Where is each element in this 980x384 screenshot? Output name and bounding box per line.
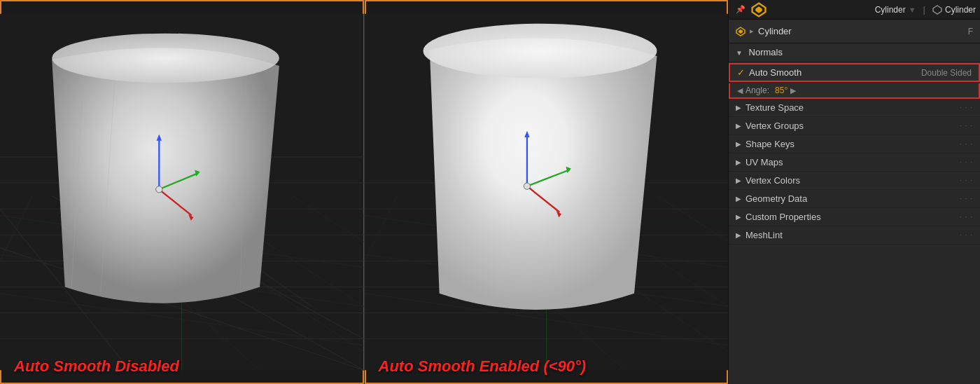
expand-icon: ▸ bbox=[750, 27, 754, 36]
vertex-colors-dots: · · · bbox=[960, 177, 973, 184]
vertex-groups-label: Vertex Groups bbox=[746, 121, 804, 131]
angle-decrease-icon[interactable]: ◀ bbox=[737, 86, 743, 95]
geometry-data-arrow: ▶ bbox=[736, 195, 741, 203]
tab1-label: Cylinder bbox=[875, 5, 906, 15]
angle-value: 85° bbox=[775, 85, 788, 95]
right-label: Auto Smooth Enabled (<90°) bbox=[379, 357, 587, 376]
panel-tabs-bar: 📌 Cylinder ▼ | Cylinder bbox=[729, 0, 980, 20]
texture-space-label: Texture Space bbox=[746, 102, 804, 113]
mesh-icon-tab[interactable] bbox=[751, 2, 766, 18]
double-sided-label: Double Sided bbox=[921, 68, 972, 78]
normals-section: ▼ Normals ✓ Auto Smooth Double Sided ◀ A… bbox=[729, 43, 980, 99]
uv-maps-label: UV Maps bbox=[746, 157, 783, 167]
auto-smooth-checkmark: ✓ bbox=[737, 67, 745, 78]
custom-properties-row[interactable]: ▶ Custom Properties · · · bbox=[729, 208, 980, 226]
svg-point-62 bbox=[524, 183, 530, 189]
svg-marker-65 bbox=[933, 6, 941, 14]
shape-keys-label: Shape Keys bbox=[746, 139, 794, 149]
prop-rows-list: ▶ Texture Space · · · ▶ Vertex Groups · … bbox=[729, 99, 980, 245]
svg-point-28 bbox=[52, 34, 279, 83]
custom-properties-dots: · · · bbox=[960, 213, 973, 221]
normals-arrow: ▼ bbox=[736, 49, 743, 57]
object-name: Cylinder bbox=[758, 26, 964, 36]
texture-space-arrow: ▶ bbox=[736, 104, 741, 111]
tab2-label: Cylinder bbox=[945, 5, 976, 15]
geometry-data-label: Geometry Data bbox=[746, 193, 807, 204]
auto-smooth-label: Auto Smooth bbox=[749, 67, 917, 78]
uv-maps-arrow: ▶ bbox=[736, 158, 741, 166]
viewport-left: Auto Smooth Disabled bbox=[0, 0, 365, 384]
shape-keys-arrow: ▶ bbox=[736, 140, 741, 148]
object-f: F bbox=[968, 27, 973, 36]
svg-point-36 bbox=[156, 186, 162, 193]
shape-keys-dots: · · · bbox=[960, 140, 973, 148]
shape-keys-row[interactable]: ▶ Shape Keys · · · bbox=[729, 135, 980, 153]
geometry-data-dots: · · · bbox=[960, 195, 973, 203]
texture-space-dots: · · · bbox=[960, 104, 973, 111]
vertex-groups-row[interactable]: ▶ Vertex Groups · · · bbox=[729, 117, 980, 135]
filter-icon bbox=[736, 27, 746, 36]
vertex-groups-arrow: ▶ bbox=[736, 122, 741, 130]
angle-increase-icon[interactable]: ▶ bbox=[790, 86, 796, 95]
meshlint-arrow: ▶ bbox=[736, 231, 741, 239]
vertex-colors-arrow: ▶ bbox=[736, 177, 741, 184]
vertex-groups-dots: · · · bbox=[960, 122, 973, 130]
svg-marker-67 bbox=[738, 29, 743, 34]
auto-smooth-row[interactable]: ✓ Auto Smooth Double Sided bbox=[729, 63, 980, 82]
texture-space-row[interactable]: ▶ Texture Space · · · bbox=[729, 99, 980, 117]
pin-icon[interactable]: 📌 bbox=[733, 2, 748, 18]
viewport-right: Auto Smooth Enabled (<90°) bbox=[365, 0, 729, 384]
properties-panel: 📌 Cylinder ▼ | Cylinder ▸ Cylinder F ▼ N… bbox=[728, 0, 980, 384]
uv-maps-dots: · · · bbox=[960, 158, 973, 166]
meshlint-row[interactable]: ▶ MeshLint · · · bbox=[729, 226, 980, 245]
normals-label: Normals bbox=[749, 47, 783, 57]
custom-properties-arrow: ▶ bbox=[736, 213, 741, 221]
svg-point-55 bbox=[423, 24, 657, 78]
object-header: ▸ Cylinder F bbox=[729, 20, 980, 43]
angle-row[interactable]: ◀ Angle: 85° ▶ bbox=[729, 83, 980, 99]
mesh-icon2 bbox=[932, 5, 942, 15]
custom-properties-label: Custom Properties bbox=[746, 212, 821, 222]
vertex-colors-label: Vertex Colors bbox=[746, 175, 800, 186]
geometry-data-row[interactable]: ▶ Geometry Data · · · bbox=[729, 190, 980, 208]
left-label: Auto Smooth Disabled bbox=[14, 357, 179, 376]
meshlint-label: MeshLint bbox=[746, 230, 783, 240]
meshlint-dots: · · · bbox=[960, 231, 973, 239]
svg-marker-64 bbox=[755, 6, 762, 13]
normals-header[interactable]: ▼ Normals bbox=[729, 43, 980, 62]
angle-label: Angle: bbox=[746, 85, 769, 95]
vertex-colors-row[interactable]: ▶ Vertex Colors · · · bbox=[729, 172, 980, 190]
uv-maps-row[interactable]: ▶ UV Maps · · · bbox=[729, 153, 980, 172]
